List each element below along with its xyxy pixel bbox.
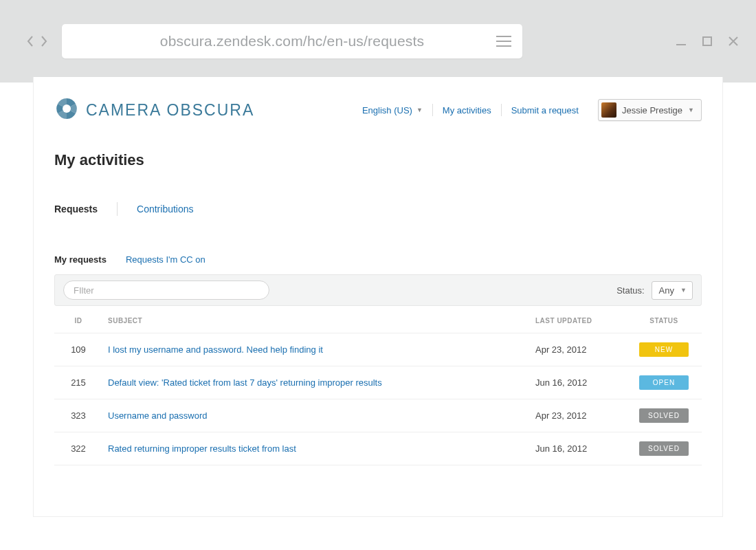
chevron-down-icon: ▼ [688, 107, 694, 113]
request-link[interactable]: Rated returning improper results ticket … [108, 443, 296, 454]
logo-text: CAMERA OBSCURA [86, 101, 254, 120]
tab-contributions[interactable]: Contributions [137, 204, 213, 214]
request-link[interactable]: I lost my username and password. Need he… [108, 344, 323, 355]
address-url: obscura.zendesk.com/hc/en-us/requests [160, 33, 424, 50]
request-link[interactable]: Default view: 'Rated ticket from last 7 … [108, 377, 382, 388]
user-menu-button[interactable]: Jessie Prestige ▼ [598, 99, 702, 121]
page-body: CAMERA OBSCURA English (US) ▼ My activit… [33, 77, 723, 517]
aperture-icon [54, 96, 79, 124]
cell-status: SOLVED [626, 432, 702, 465]
cell-id: 109 [54, 333, 102, 366]
cell-id: 323 [54, 399, 102, 432]
requests-table: ID SUBJECT LAST UPDATED STATUS 109I lost… [54, 306, 702, 465]
nav-forward-button[interactable] [38, 32, 49, 50]
page-title: My activities [54, 151, 702, 169]
status-badge: OPEN [639, 375, 689, 390]
language-dropdown[interactable]: English (US) ▼ [353, 105, 432, 116]
nav-submit-request[interactable]: Submit a request [502, 105, 588, 116]
col-last-updated: LAST UPDATED [530, 306, 626, 333]
content: My activities Requests Contributions My … [34, 131, 722, 479]
tab-requests[interactable]: Requests [54, 204, 117, 214]
cell-id: 322 [54, 432, 102, 465]
svg-point-0 [63, 104, 71, 113]
site-header: CAMERA OBSCURA English (US) ▼ My activit… [34, 77, 722, 131]
cell-status: OPEN [626, 366, 702, 399]
primary-tabs: Requests Contributions [54, 202, 702, 216]
cell-status: NEW [626, 333, 702, 366]
cell-subject: Rated returning improper results ticket … [102, 432, 530, 465]
divider [117, 202, 118, 216]
tab-my-requests[interactable]: My requests [54, 254, 107, 265]
cell-subject: I lost my username and password. Need he… [102, 333, 530, 366]
avatar [601, 102, 616, 118]
maximize-button[interactable] [701, 35, 713, 47]
nav-back-button[interactable] [25, 32, 36, 50]
col-id: ID [54, 306, 102, 333]
user-name: Jessie Prestige [622, 105, 682, 116]
menu-icon[interactable] [496, 36, 511, 47]
header-nav: English (US) ▼ My activities Submit a re… [353, 99, 702, 121]
request-link[interactable]: Username and password [108, 410, 208, 421]
cell-updated: Jun 16, 2012 [530, 432, 626, 465]
cell-updated: Jun 16, 2012 [530, 366, 626, 399]
table-row: 215Default view: 'Rated ticket from last… [54, 366, 702, 399]
cell-updated: Apr 23, 2012 [530, 399, 626, 432]
language-label: English (US) [362, 105, 412, 116]
nav-arrows [25, 32, 49, 50]
cell-subject: Username and password [102, 399, 530, 432]
cell-status: SOLVED [626, 399, 702, 432]
col-subject: SUBJECT [102, 306, 530, 333]
minimize-button[interactable] [675, 35, 687, 47]
status-value: Any [659, 285, 674, 296]
status-badge: NEW [639, 342, 689, 357]
logo[interactable]: CAMERA OBSCURA [54, 96, 254, 124]
status-badge: SOLVED [639, 441, 689, 456]
cell-id: 215 [54, 366, 102, 399]
close-button[interactable] [727, 35, 740, 47]
secondary-tabs: My requests Requests I'm CC on [54, 254, 702, 265]
table-row: 323Username and passwordApr 23, 2012SOLV… [54, 399, 702, 432]
col-status: STATUS [626, 306, 702, 333]
table-row: 109I lost my username and password. Need… [54, 333, 702, 366]
cell-subject: Default view: 'Rated ticket from last 7 … [102, 366, 530, 399]
status-filter: Status: Any ▼ [616, 281, 693, 300]
filter-toolbar: Status: Any ▼ [54, 274, 702, 306]
nav-my-activities[interactable]: My activities [433, 105, 501, 116]
chevron-down-icon: ▼ [416, 107, 423, 113]
tab-cc-requests[interactable]: Requests I'm CC on [126, 254, 205, 265]
status-badge: SOLVED [639, 408, 689, 423]
browser-chrome: obscura.zendesk.com/hc/en-us/requests [0, 0, 756, 82]
status-dropdown[interactable]: Any ▼ [652, 281, 693, 300]
table-row: 322Rated returning improper results tick… [54, 432, 702, 465]
table-header-row: ID SUBJECT LAST UPDATED STATUS [54, 306, 702, 333]
status-label: Status: [616, 285, 644, 296]
chevron-down-icon: ▼ [680, 287, 687, 294]
cell-updated: Apr 23, 2012 [530, 333, 626, 366]
address-bar[interactable]: obscura.zendesk.com/hc/en-us/requests [62, 24, 522, 58]
window-controls [675, 35, 740, 47]
filter-input[interactable] [63, 280, 269, 300]
